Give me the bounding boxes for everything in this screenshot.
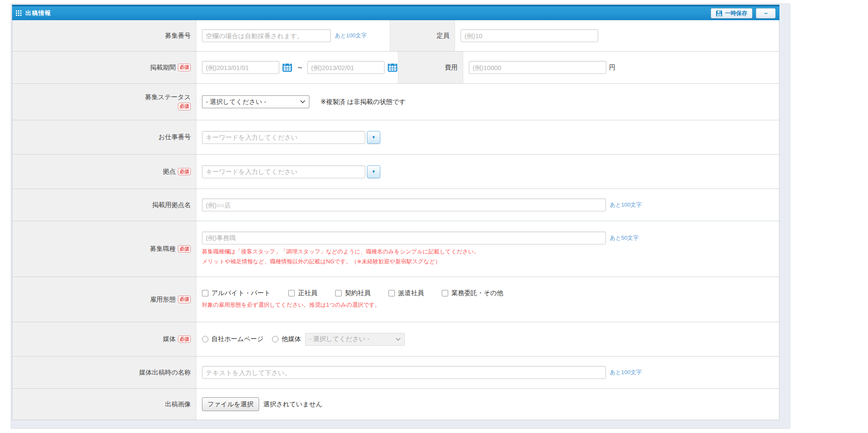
row-media-posting-name: 媒体出稿時の名称 あと100文字 [12,357,779,389]
cost-label: 費用 [398,52,463,83]
collapse-label: − [764,10,767,17]
save-floppy-icon [716,10,722,17]
employment-option-fulltime[interactable]: 正社員 [288,289,317,297]
recruit-number-counter: あと100文字 [335,32,367,40]
job-number-label: お仕事番号 [12,120,196,154]
cost-unit: 円 [609,64,615,72]
checkbox-icon[interactable] [335,290,342,296]
radio-icon[interactable] [202,336,208,342]
checkbox-icon[interactable] [442,290,448,296]
checkbox-icon[interactable] [388,290,395,296]
recruit-status-label: 募集ステータス 必須 [12,84,196,120]
capacity-label: 定員 [390,20,455,51]
calendar-icon [282,63,292,72]
row-location: 拠点 必須 ▼ [12,155,779,189]
row-employment-type: 雇用形態 必須 アルバイト・パート 正社員 契約社員 [12,277,779,322]
media-label: 媒体 必須 [12,322,196,356]
period-separator: ～ [296,63,303,72]
period-end-calendar-button[interactable] [387,62,398,73]
file-select-status: 選択されていません [263,400,322,409]
row-media: 媒体 必須 自社ホームページ 他媒体 - 選択してください - [12,322,779,357]
period-start-input[interactable] [202,61,279,74]
posting-image-label: 出稿画像 [12,389,196,420]
media-option-other[interactable]: 他媒体 [272,335,301,343]
row-job-number: お仕事番号 ▼ [12,120,779,155]
location-display-name-counter: あと100文字 [610,201,642,209]
employment-type-note: 対象の雇用形態を必ず選択してください。推奨は1つのみの選択です。 [202,300,380,310]
checkbox-icon[interactable] [202,290,208,296]
location-dropdown-button[interactable]: ▼ [367,165,380,178]
media-select[interactable]: - 選択してください - [305,333,405,346]
temp-save-button[interactable]: 一時保存 [711,8,752,18]
location-label: 拠点 必須 [12,155,196,189]
employment-option-parttime[interactable]: アルバイト・パート [202,289,270,297]
job-title-note-1: 募集職種欄は「接客スタッフ」「調理スタッフ」などのように、職種名のみをシンプルに… [202,247,480,257]
required-badge: 必須 [178,335,191,343]
row-job-title: 募集職種 必須 あと50文字 募集職種欄は「接客スタッフ」「調理スタッフ」などの… [12,221,779,277]
cost-input[interactable] [469,61,606,74]
grid-icon [16,10,22,16]
row-publication-period: 掲載期間 必須 [12,52,779,84]
dropdown-arrow-icon: ▼ [372,169,376,174]
recruit-number-label: 募集番号 [12,20,196,51]
row-recruit-status: 募集ステータス 必須 - 選択してください - ※複製済 は非掲載の状態です [12,84,779,120]
employment-option-contract[interactable]: 契約社員 [335,289,370,297]
row-posting-image: 出稿画像 ファイルを選択 選択されていません [12,389,779,420]
job-title-note-2: メリットや補足情報など、職種情報以外の記載はNGです。（※未経験歓迎や新宿駅スグ… [202,257,480,267]
media-posting-name-counter: あと100文字 [610,369,642,376]
chevron-down-icon [395,338,401,341]
employment-option-outsourcing[interactable]: 業務委託・その他 [442,289,503,297]
recruit-status-select-value: - 選択してください - [206,98,266,106]
period-end-input[interactable] [307,61,385,74]
calendar-icon [388,63,397,72]
dropdown-arrow-icon: ▼ [372,135,376,140]
collapse-button[interactable]: − [756,8,776,18]
file-select-button[interactable]: ファイルを選択 [202,397,259,411]
row-location-display-name: 掲載用拠点名 あと100文字 [12,189,779,221]
media-posting-name-label: 媒体出稿時の名称 [12,357,196,388]
required-badge: 必須 [178,103,191,110]
recruit-number-input[interactable] [202,29,331,42]
location-display-name-input[interactable] [202,198,606,211]
recruit-status-select[interactable]: - 選択してください - [202,95,309,108]
job-number-input[interactable] [202,131,365,144]
media-option-own-homepage[interactable]: 自社ホームページ [202,335,263,343]
capacity-input[interactable] [461,29,598,42]
recruit-status-note: ※複製済 は非掲載の状態です [321,98,406,106]
row-recruit-number: 募集番号 あと100文字 定員 [12,20,779,52]
job-title-counter: あと50文字 [610,234,639,242]
checkbox-icon[interactable] [288,290,295,296]
period-start-calendar-button[interactable] [281,62,293,73]
employment-option-dispatch[interactable]: 派遣社員 [388,289,424,297]
employment-type-label: 雇用形態 必須 [12,277,196,322]
location-display-name-label: 掲載用拠点名 [12,189,196,221]
media-posting-name-input[interactable] [202,366,606,379]
required-badge: 必須 [178,296,191,303]
job-number-dropdown-button[interactable]: ▼ [367,131,380,144]
location-input[interactable] [202,165,365,178]
job-title-label: 募集職種 必須 [12,221,196,277]
publication-period-label: 掲載期間 必須 [12,52,196,83]
chevron-down-icon [300,100,306,104]
radio-icon[interactable] [272,336,278,342]
required-badge: 必須 [178,245,191,253]
panel-header: 出稿情報 一時保存 − [12,5,779,20]
form-table: 募集番号 あと100文字 定員 掲載期間 必須 [12,20,779,420]
submission-info-panel: 出稿情報 一時保存 − 募集番号 [11,3,790,429]
panel-title: 出稿情報 [25,9,51,17]
temp-save-label: 一時保存 [725,9,747,17]
media-select-value: - 選択してください - [309,335,369,343]
job-title-input[interactable] [202,232,606,244]
required-badge: 必須 [178,64,191,71]
required-badge: 必須 [178,168,191,175]
